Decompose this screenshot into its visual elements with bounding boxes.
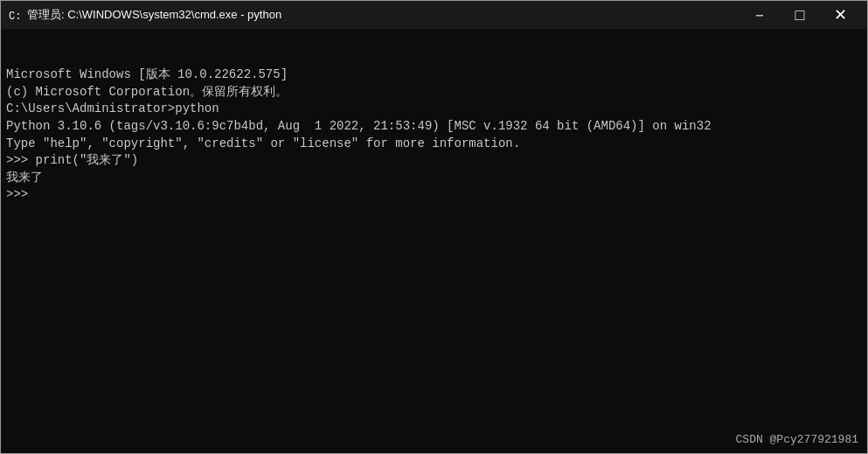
terminal-line: >>>: [6, 186, 862, 204]
terminal-line: >>> print("我来了"): [6, 152, 862, 170]
window-title: 管理员: C:\WINDOWS\system32\cmd.exe - pytho…: [27, 7, 740, 23]
terminal-line: Microsoft Windows [版本 10.0.22622.575]: [6, 66, 862, 84]
terminal-content: Microsoft Windows [版本 10.0.22622.575](c)…: [6, 32, 862, 204]
close-button[interactable]: ✕: [820, 1, 860, 29]
cmd-icon: C:\: [8, 8, 22, 22]
minimize-button[interactable]: －: [740, 1, 780, 29]
terminal-line: C:\Users\Administrator>python: [6, 101, 862, 118]
terminal-line: Type "help", "copyright", "credits" or "…: [6, 136, 862, 153]
terminal-line: (c) Microsoft Corporation。保留所有权利。: [6, 84, 862, 101]
terminal-line: Python 3.10.6 (tags/v3.10.6:9c7b4bd, Aug…: [6, 118, 862, 136]
window-controls: － □ ✕: [740, 1, 860, 29]
watermark: CSDN @Pcy277921981: [736, 433, 858, 446]
svg-text:C:\: C:\: [9, 10, 22, 22]
maximize-button[interactable]: □: [780, 1, 820, 29]
cmd-window: C:\ 管理员: C:\WINDOWS\system32\cmd.exe - p…: [0, 0, 868, 454]
terminal-body[interactable]: Microsoft Windows [版本 10.0.22622.575](c)…: [1, 29, 867, 453]
terminal-line: 我来了: [6, 170, 862, 187]
title-bar: C:\ 管理员: C:\WINDOWS\system32\cmd.exe - p…: [1, 1, 867, 29]
